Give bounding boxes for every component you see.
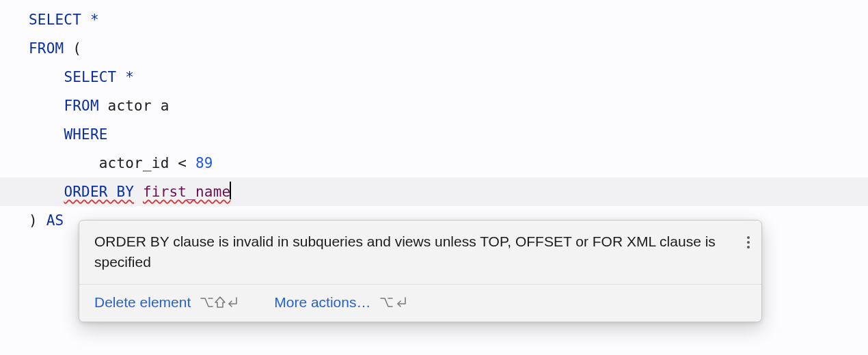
shortcut-hint <box>380 295 407 310</box>
popup-actions-row: Delete element More action <box>79 285 761 322</box>
column-identifier: actor_id <box>99 155 178 171</box>
keyword-as: AS <box>46 212 64 229</box>
table-identifier: actor a <box>99 98 169 114</box>
space <box>134 184 143 200</box>
keyword-order-by-error: ORDER BY <box>64 184 134 200</box>
code-line[interactable]: SELECT * <box>0 5 868 34</box>
operator-lt: < <box>178 155 187 171</box>
column-identifier-error: first_name <box>143 184 230 200</box>
paren-close: ) <box>29 212 46 229</box>
number-literal: 89 <box>195 155 213 171</box>
action-label: More actions… <box>274 294 370 311</box>
shortcut-hint <box>200 295 239 310</box>
more-vert-icon[interactable] <box>745 231 752 248</box>
indent <box>29 69 64 85</box>
action-label: Delete element <box>94 294 191 311</box>
indent <box>29 126 64 143</box>
keyword-select: SELECT <box>29 12 81 28</box>
code-line[interactable]: SELECT * <box>0 63 868 91</box>
inspection-message: ORDER BY clause is invalid in subqueries… <box>94 231 735 273</box>
code-line[interactable]: actor_id < 89 <box>0 149 868 178</box>
text-caret <box>230 182 231 199</box>
code-line[interactable]: WHERE <box>0 120 868 149</box>
space <box>187 155 195 171</box>
delete-element-action[interactable]: Delete element <box>94 294 239 311</box>
star-token: * <box>81 12 99 28</box>
more-actions-action[interactable]: More actions… <box>274 294 407 311</box>
shortcut-glyphs-icon <box>380 295 407 310</box>
indent <box>29 184 64 200</box>
keyword-where: WHERE <box>64 126 107 143</box>
intention-action-popup: ORDER BY clause is invalid in subqueries… <box>79 220 762 322</box>
paren-open: ( <box>64 40 81 57</box>
shortcut-glyphs-icon <box>200 295 239 310</box>
star-token: * <box>116 69 134 85</box>
indent <box>29 155 99 171</box>
code-line-highlighted[interactable]: ORDER BY first_name <box>0 178 868 206</box>
keyword-from: FROM <box>29 40 64 57</box>
indent <box>29 98 64 114</box>
popup-header: ORDER BY clause is invalid in subqueries… <box>79 221 761 285</box>
code-line[interactable]: FROM actor a <box>0 91 868 120</box>
keyword-from: FROM <box>64 98 98 114</box>
code-line[interactable]: FROM ( <box>0 34 868 63</box>
keyword-select: SELECT <box>64 69 116 85</box>
